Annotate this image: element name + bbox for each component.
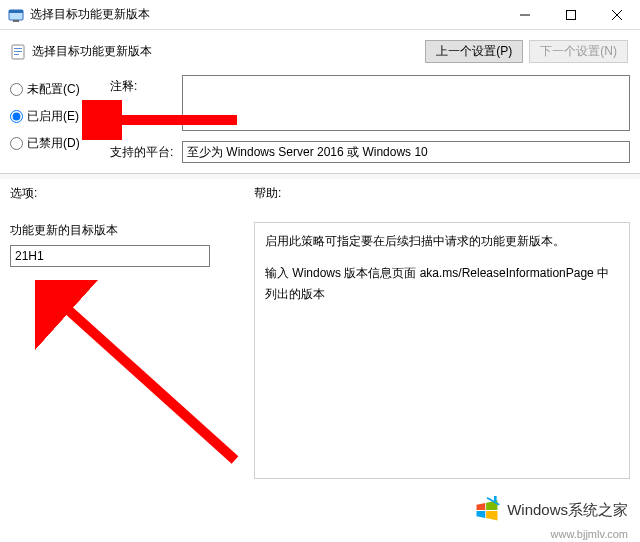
window-title: 选择目标功能更新版本	[30, 6, 502, 23]
svg-rect-1	[9, 10, 23, 13]
target-version-label: 功能更新的目标版本	[10, 222, 240, 239]
svg-rect-9	[14, 51, 22, 52]
radio-enabled[interactable]: 已启用(E)	[10, 108, 110, 125]
state-radio-group: 未配置(C) 已启用(E) 已禁用(D)	[10, 75, 110, 163]
lower-panel: 选项: 功能更新的目标版本 帮助: 启用此策略可指定要在后续扫描中请求的功能更新…	[0, 179, 640, 489]
target-version-input[interactable]	[10, 245, 210, 267]
radio-not-configured[interactable]: 未配置(C)	[10, 81, 110, 98]
header-title: 选择目标功能更新版本	[32, 43, 152, 60]
watermark-url: www.bjjmlv.com	[551, 528, 628, 540]
watermark-brand-text: Windows系统之家	[507, 501, 628, 520]
svg-marker-15	[477, 503, 486, 510]
options-column: 选项: 功能更新的目标版本	[10, 185, 240, 479]
svg-rect-19	[494, 496, 497, 501]
watermark-brand: Windows系统之家	[473, 496, 628, 524]
options-title: 选项:	[10, 185, 240, 202]
next-setting-button: 下一个设置(N)	[529, 40, 628, 63]
svg-marker-17	[477, 511, 486, 518]
window-titlebar: 选择目标功能更新版本	[0, 0, 640, 30]
help-paragraph: 输入 Windows 版本信息页面 aka.ms/ReleaseInformat…	[265, 263, 619, 304]
maximize-button[interactable]	[548, 0, 594, 29]
close-button[interactable]	[594, 0, 640, 29]
help-title: 帮助:	[254, 185, 630, 202]
window-controls	[502, 0, 640, 29]
svg-rect-8	[14, 48, 22, 49]
radio-disabled[interactable]: 已禁用(D)	[10, 135, 110, 152]
svg-rect-4	[567, 10, 576, 19]
help-body: 启用此策略可指定要在后续扫描中请求的功能更新版本。 输入 Windows 版本信…	[254, 222, 630, 479]
radio-enabled-input[interactable]	[10, 110, 23, 123]
config-area: 未配置(C) 已启用(E) 已禁用(D) 注释: 支持的平台: 至少为 Wind…	[0, 71, 640, 169]
comment-input[interactable]	[182, 75, 630, 131]
radio-not-configured-input[interactable]	[10, 83, 23, 96]
svg-rect-10	[14, 54, 19, 55]
app-icon	[8, 7, 24, 23]
radio-disabled-input[interactable]	[10, 137, 23, 150]
radio-not-configured-label: 未配置(C)	[27, 81, 80, 98]
radio-enabled-label: 已启用(E)	[27, 108, 79, 125]
svg-rect-2	[13, 20, 19, 22]
previous-setting-button[interactable]: 上一个设置(P)	[425, 40, 523, 63]
supported-platform-value: 至少为 Windows Server 2016 或 Windows 10	[182, 141, 630, 163]
comment-label: 注释:	[110, 75, 178, 95]
svg-marker-18	[486, 511, 497, 521]
platform-label: 支持的平台:	[110, 141, 178, 161]
policy-icon	[10, 44, 26, 60]
radio-disabled-label: 已禁用(D)	[27, 135, 80, 152]
windows-logo-icon	[473, 496, 501, 524]
minimize-button[interactable]	[502, 0, 548, 29]
header: 选择目标功能更新版本 上一个设置(P) 下一个设置(N)	[0, 30, 640, 71]
help-column: 帮助: 启用此策略可指定要在后续扫描中请求的功能更新版本。 输入 Windows…	[254, 185, 630, 479]
help-paragraph: 启用此策略可指定要在后续扫描中请求的功能更新版本。	[265, 231, 619, 251]
